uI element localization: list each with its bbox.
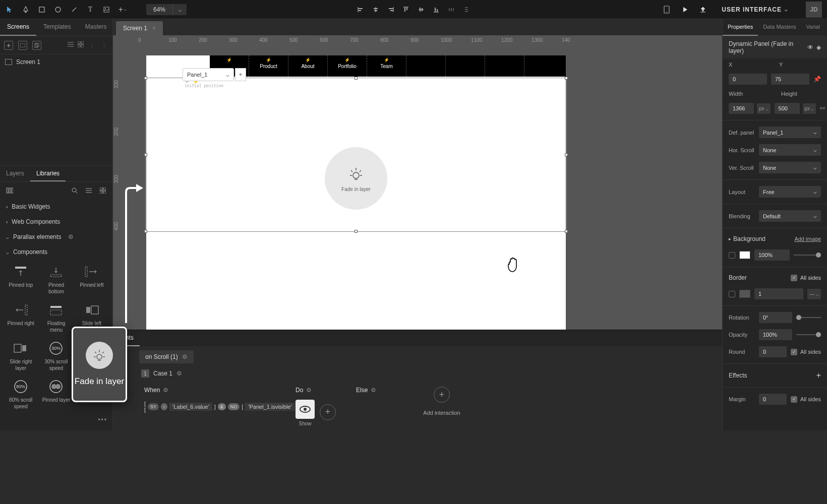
round-allsides-checkbox[interactable] (791, 349, 797, 355)
margin-allsides-checkbox[interactable] (791, 396, 797, 403)
gear-icon[interactable]: ⚙ (182, 353, 188, 360)
dynamic-panel-selector[interactable]: Panel_1⌵ (183, 68, 234, 81)
component-pinned-right[interactable]: Pinned right (4, 300, 37, 336)
add-image-link[interactable]: Add image (794, 236, 821, 242)
y-input[interactable] (771, 74, 809, 85)
tab-variables[interactable]: Varial (801, 19, 825, 36)
gear-icon[interactable]: ⚙ (68, 233, 74, 240)
rotation-input[interactable] (759, 312, 792, 323)
tab-masters[interactable]: Masters (78, 19, 114, 36)
bg-checkbox[interactable] (729, 252, 735, 259)
grid-view-icon[interactable] (98, 186, 107, 195)
layout-select[interactable]: Free⌵ (759, 186, 821, 198)
width-input[interactable] (729, 103, 754, 114)
list-view-icon[interactable] (84, 186, 93, 195)
workspace-dropdown[interactable]: USER INTERFACE ⌵ (717, 4, 793, 15)
align-top-icon[interactable] (401, 5, 410, 14)
gear-icon[interactable]: ⚙ (176, 370, 182, 377)
nav-cell-product[interactable]: ⚡Product (249, 55, 288, 77)
device-icon[interactable] (662, 5, 671, 14)
image-tool-icon[interactable] (102, 5, 111, 14)
link-icon[interactable]: ⚯ (820, 105, 825, 112)
add-effect-button[interactable]: + (816, 371, 821, 380)
duplicate-button[interactable] (32, 41, 41, 50)
add-panel-button[interactable]: + (235, 68, 246, 81)
section-components[interactable]: ⌵Components (0, 244, 112, 260)
round-input[interactable] (759, 346, 787, 357)
opacity-input[interactable] (759, 329, 792, 340)
eye-off-icon[interactable]: 👁 (807, 44, 813, 51)
def-panel-select[interactable]: Panel_1⌵ (759, 127, 821, 138)
blending-select[interactable]: Default⌵ (759, 210, 821, 222)
artboard[interactable]: ⚡ ⚡Product ⚡About ⚡Portfolio ⚡Team Panel… (146, 55, 566, 338)
text-tool-icon[interactable]: T (86, 5, 95, 14)
component-floating-menu[interactable]: Floating menu (39, 300, 73, 336)
bg-opacity-slider[interactable] (794, 255, 821, 256)
section-basic-widgets[interactable]: ›Basic Widgets (0, 199, 112, 214)
library-icon[interactable] (5, 186, 14, 195)
gear-icon[interactable]: ⚙ (163, 387, 168, 394)
border-checkbox[interactable] (729, 291, 735, 297)
user-avatar[interactable]: JD (806, 2, 822, 18)
tab-screens[interactable]: Screens (0, 19, 36, 36)
margin-input[interactable] (759, 394, 787, 405)
height-input[interactable] (775, 103, 800, 114)
gear-icon[interactable]: ⚙ (371, 387, 376, 394)
case-row[interactable]: 1Case 1⚙ (141, 369, 722, 377)
zoom-dropdown[interactable]: 64% ⌵ (146, 4, 187, 15)
upload-icon[interactable] (698, 5, 707, 14)
add-action-button[interactable]: + (320, 404, 336, 420)
select-tool-icon[interactable] (5, 5, 14, 14)
bg-opacity-input[interactable] (754, 249, 790, 261)
nav-cell[interactable] (485, 55, 524, 77)
sort-down-icon[interactable]: ↓ (87, 41, 96, 50)
align-right-icon[interactable] (386, 5, 395, 14)
distribute-h-icon[interactable] (447, 5, 456, 14)
nav-cell-about[interactable]: ⚡About (288, 55, 328, 77)
component-pinned-top[interactable]: Pinned top (4, 262, 37, 298)
ver-scroll-select[interactable]: None⌵ (759, 162, 821, 173)
section-web-components[interactable]: ›Web Components (0, 214, 112, 229)
ellipse-tool-icon[interactable] (53, 5, 63, 14)
add-folder-button[interactable] (18, 41, 27, 50)
chevron-down-icon[interactable]: ⌵ (172, 4, 187, 15)
caret-icon[interactable]: ▸ (729, 236, 731, 241)
show-action[interactable] (296, 400, 315, 419)
unit-select[interactable]: px ⌵ (757, 103, 771, 114)
border-color-swatch[interactable] (739, 290, 750, 298)
close-icon[interactable]: × (152, 25, 156, 32)
align-bottom-icon[interactable] (432, 5, 441, 14)
align-left-icon[interactable] (356, 5, 365, 14)
component-pinned-layer[interactable]: Pinned layer (39, 376, 73, 413)
component-pinned-bottom[interactable]: Pinned bottom (39, 262, 73, 298)
border-width-input[interactable] (754, 288, 803, 299)
canvas-tab[interactable]: Screen 1 × (116, 21, 163, 35)
nav-cell-portfolio[interactable]: ⚡Portfolio (328, 55, 367, 77)
gear-icon[interactable]: ⚙ (306, 387, 312, 394)
pen-tool-icon[interactable] (21, 5, 30, 14)
add-tool-icon[interactable]: +⌵ (118, 5, 127, 14)
component-pinned-left[interactable]: Pinned left (75, 262, 108, 298)
play-icon[interactable] (680, 5, 689, 14)
tab-layers[interactable]: Layers (0, 166, 30, 181)
align-center-h-icon[interactable] (371, 5, 380, 14)
condition-expression[interactable]: [ [SY›'Label_6.value']&NO['Panel_1.isvis… (144, 401, 296, 413)
nav-cell[interactable] (406, 55, 446, 77)
component-slide-right[interactable]: Slide right layer (4, 338, 37, 374)
view-list-icon[interactable] (67, 41, 74, 48)
layers-icon[interactable]: ◈ (816, 44, 821, 51)
border-allsides-checkbox[interactable] (791, 275, 797, 281)
tab-libraries[interactable]: Libraries (30, 166, 66, 181)
tab-properties[interactable]: Properties (723, 19, 758, 36)
tab-templates[interactable]: Templates (36, 19, 78, 36)
x-input[interactable] (729, 74, 767, 85)
rectangle-tool-icon[interactable] (37, 5, 46, 14)
opacity-slider[interactable] (796, 334, 821, 335)
more-icon[interactable]: ••• (98, 416, 107, 423)
component-80-scroll[interactable]: 80%80% scroll speed (4, 376, 37, 413)
hor-scroll-select[interactable]: None⌵ (759, 144, 821, 156)
search-icon[interactable] (70, 186, 79, 195)
nav-cell-team[interactable]: ⚡Team (367, 55, 406, 77)
fade-in-placeholder[interactable]: Fade in layer (325, 147, 387, 210)
add-interaction-button[interactable]: + (434, 387, 450, 403)
